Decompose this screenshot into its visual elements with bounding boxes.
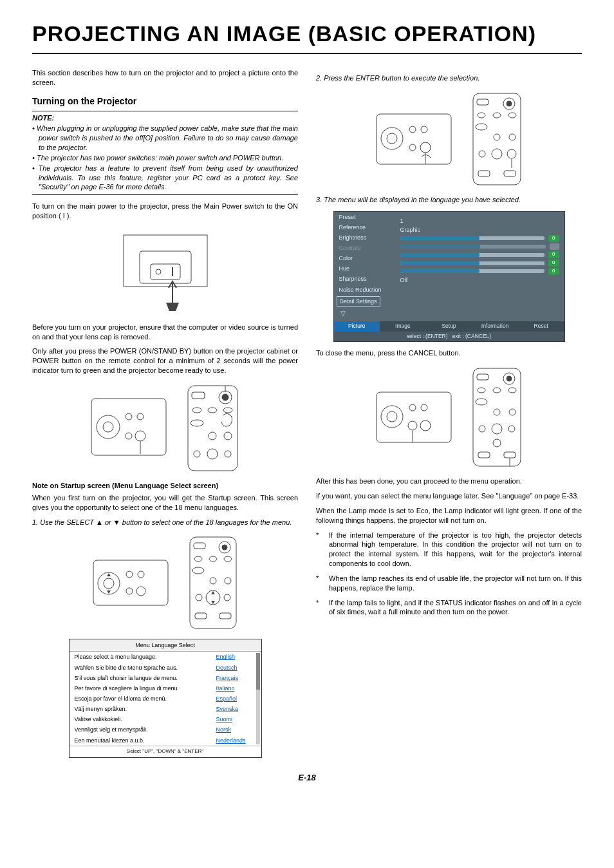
lang-option[interactable]: Deutsch [216,664,252,672]
svg-point-50 [409,126,416,133]
svg-point-80 [478,388,485,393]
svg-rect-91 [504,452,516,458]
slider[interactable] [400,269,545,273]
lang-row: Escoja por favor el idioma de menú.Españ… [70,693,261,704]
svg-rect-0 [124,235,207,287]
note-block: NOTE: When plugging in or unplugging the… [32,111,298,195]
slider [400,245,546,249]
osd-item-detail[interactable]: Detail Settings [337,296,380,307]
svg-point-20 [209,432,216,440]
body-text: To turn on the main power to the project… [32,202,298,221]
section-heading: Turning on the Projector [32,95,298,108]
svg-rect-68 [504,171,516,176]
svg-rect-79 [477,374,488,380]
bullet-item: If the lamp fails to light, and if the S… [316,598,582,618]
svg-point-85 [509,409,516,415]
osd-value [550,243,559,250]
svg-point-6 [97,415,120,439]
osd-tab-reset[interactable]: Reset [518,321,564,331]
svg-point-86 [492,424,502,434]
lang-option[interactable]: Nederlands [216,737,252,744]
svg-point-72 [409,404,416,411]
svg-rect-45 [195,613,207,619]
osd-item[interactable]: Noise Reduction [334,285,395,295]
svg-point-11 [135,431,145,441]
svg-rect-76 [473,368,521,466]
svg-point-7 [103,422,113,432]
slider[interactable] [400,236,545,240]
lang-option[interactable]: Svenska [216,705,252,713]
svg-point-70 [381,406,403,428]
osd-tab-picture[interactable]: Picture [334,321,380,331]
osd-tab-setup[interactable]: Setup [426,321,472,331]
svg-point-41 [225,578,231,584]
lang-option[interactable]: English [216,653,252,661]
osd-item[interactable]: Brightness [334,232,395,243]
svg-point-88 [508,426,515,432]
svg-point-37 [209,556,217,561]
lang-row: Wählen Sie bitte die Menü Sprache aus.De… [70,663,261,673]
svg-point-82 [508,388,516,393]
svg-point-29 [138,571,144,578]
osd-value: 0 [548,235,559,242]
osd-down-arrow-icon[interactable]: ▽ [334,308,564,322]
menu-lang-footer: Select "UP", "DOWN" & "ENTER" [70,746,261,757]
svg-point-19 [191,420,203,426]
svg-point-40 [210,578,216,584]
svg-point-64 [492,149,502,159]
page-title: PROJECTING AN IMAGE (BASIC OPERATION) [32,19,582,54]
lang-option[interactable]: Français [216,674,252,682]
lang-option[interactable]: Norsk [216,726,252,733]
menu-lang-title: Menu Language Select [70,639,261,652]
osd-item[interactable]: Hue [334,263,395,274]
step-3: 3. The menu will be displayed in the lan… [316,195,582,205]
lang-row: Per favore di scegliere la lingua di men… [70,683,261,693]
osd-value: 0 [548,268,559,275]
osd-item[interactable]: Reference [334,222,395,232]
note-item: When plugging in or unplugging the suppl… [32,124,298,153]
bullet-item: When the lamp reaches its end of usable … [316,574,582,593]
lang-row: Een menutaal kiezen a.u.b.Nederlands [70,735,261,746]
lang-option[interactable]: Español [216,695,252,703]
osd-value: 0 [548,259,559,267]
svg-point-63 [509,134,516,140]
svg-point-61 [476,124,487,130]
svg-rect-5 [91,399,166,455]
svg-rect-69 [377,392,451,442]
svg-point-83 [476,399,487,405]
osd-item[interactable]: Color [334,253,395,263]
osd-item[interactable]: Preset [334,212,395,222]
lang-option[interactable]: Italiano [216,684,252,692]
step-2: 2. Press the ENTER button to execute the… [316,73,582,83]
osd-value: 1 [400,217,404,225]
cancel-button-diagram [316,366,582,469]
lang-row: Please select a menu language.English [70,652,261,662]
svg-point-17 [208,408,217,413]
lang-row: Välj menyn språken.Svenska [70,704,261,714]
menu-language-select-dialog: Menu Language Select Please select a men… [69,639,262,757]
slider[interactable] [400,253,545,257]
svg-point-23 [194,451,200,457]
osd-tab-information[interactable]: Information [472,321,518,331]
svg-point-43 [196,594,202,601]
select-button-diagram [32,534,298,631]
scrollbar[interactable] [256,653,260,744]
svg-point-59 [493,113,501,118]
svg-point-39 [192,567,204,574]
svg-point-28 [126,571,133,578]
svg-point-71 [387,411,397,422]
svg-rect-15 [192,392,205,399]
svg-rect-67 [478,171,490,176]
left-column: This section describes how to turn on th… [32,68,298,758]
lang-option[interactable]: Suomi [216,715,252,723]
osd-tab-image[interactable]: Image [380,321,426,331]
lang-row: S'il vous plaît choisir la langue de men… [70,673,261,683]
svg-point-21 [224,432,232,440]
svg-point-81 [493,388,501,393]
slider[interactable] [400,261,545,265]
svg-point-16 [192,408,201,413]
enter-button-diagram [316,91,582,187]
osd-value: Off [400,276,408,284]
page-number: E-18 [32,772,582,784]
osd-item[interactable]: Sharpness [334,274,395,284]
